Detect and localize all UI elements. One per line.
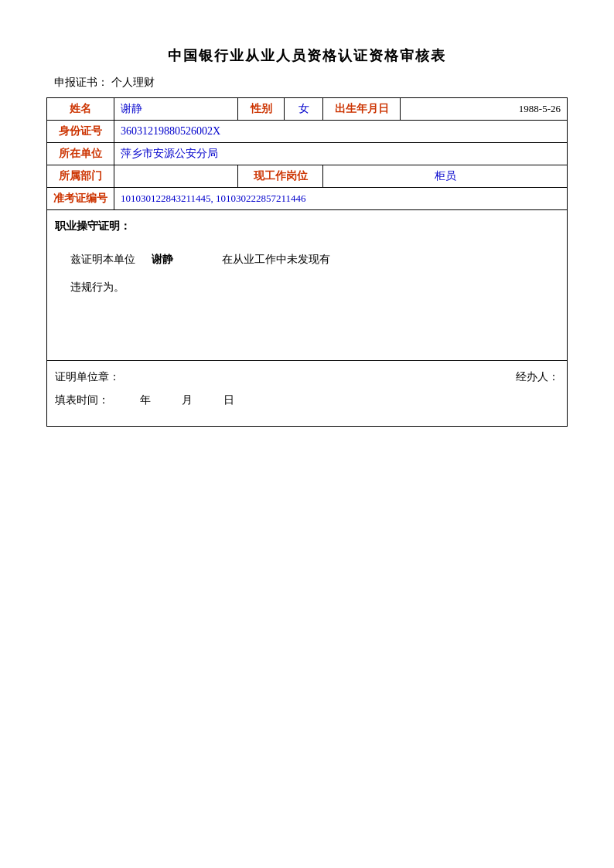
profession-text2: 在从业工作中未发现有: [222, 254, 330, 265]
dob-value: 1988-5-26: [401, 98, 568, 121]
table-row-5: 准考证编号 101030122843211445, 10103022285721…: [47, 188, 568, 210]
month-label: 月: [182, 393, 193, 407]
position-label: 现工作岗位: [238, 165, 323, 188]
profession-name: 谢静: [152, 254, 173, 265]
position-value: 柜员: [323, 165, 568, 188]
page-title: 中国银行业从业人员资格认证资格审核表: [46, 46, 568, 65]
dob-label: 出生年月日: [323, 98, 401, 121]
sub-header-value: 个人理财: [111, 77, 155, 88]
profession-text3-container: 违规行为。: [55, 277, 559, 298]
gender-value: 女: [285, 98, 323, 121]
profession-title: 职业操守证明：: [55, 220, 559, 233]
name-value: 谢静: [114, 98, 238, 121]
table-row-2: 身份证号 36031219880526002X: [47, 121, 568, 143]
dept-value: [114, 165, 238, 188]
profession-text3: 违规行为。: [70, 281, 125, 293]
seal-label: 证明单位章：: [55, 370, 120, 384]
gender-label: 性别: [238, 98, 285, 121]
id-value: 36031219880526002X: [114, 121, 568, 143]
day-label: 日: [223, 393, 234, 407]
table-row-1: 姓名 谢静 性别 女 出生年月日 1988-5-26: [47, 98, 568, 121]
time-label: 填表时间：: [55, 393, 109, 407]
name-label: 姓名: [47, 98, 114, 121]
unit-label: 所在单位: [47, 143, 114, 165]
profession-section: 职业操守证明： 兹证明本单位 谢静 在从业工作中未发现有 违规行为。: [46, 210, 568, 361]
footer-section: 证明单位章： 经办人： 填表时间： 年 月 日: [46, 361, 568, 427]
main-table: 姓名 谢静 性别 女 出生年月日 1988-5-26 身份证号 36031219…: [46, 97, 568, 210]
footer-row-seal: 证明单位章： 经办人：: [55, 370, 559, 384]
sub-header-label: 申报证书：: [54, 77, 108, 88]
table-row-4: 所属部门 现工作岗位 柜员: [47, 165, 568, 188]
handler-label: 经办人：: [516, 370, 559, 384]
exam-value: 101030122843211445, 101030222857211446: [114, 188, 568, 210]
sub-header: 申报证书： 个人理财: [46, 76, 568, 90]
footer-row-time: 填表时间： 年 月 日: [55, 393, 559, 407]
exam-label: 准考证编号: [47, 188, 114, 210]
profession-text1: 兹证明本单位: [70, 254, 135, 265]
table-row-3: 所在单位 萍乡市安源公安分局: [47, 143, 568, 165]
id-label: 身份证号: [47, 121, 114, 143]
unit-value: 萍乡市安源公安分局: [114, 143, 568, 165]
profession-text: 兹证明本单位 谢静 在从业工作中未发现有: [55, 249, 559, 271]
dept-label: 所属部门: [47, 165, 114, 188]
year-label: 年: [140, 393, 151, 407]
